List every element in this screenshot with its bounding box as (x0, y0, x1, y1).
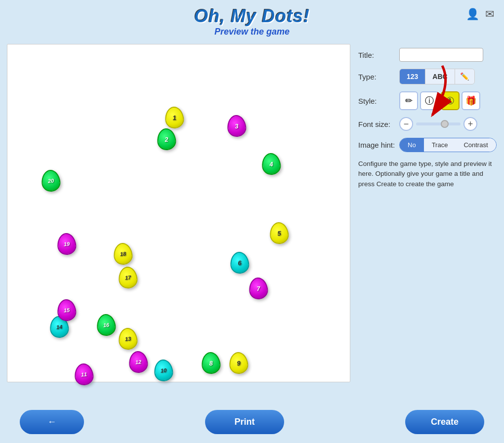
back-icon: ← (47, 417, 56, 427)
style-row: Style: ✏ ⓘ ① 🎁 (358, 91, 497, 110)
hint-btn-trace[interactable]: Trace (424, 138, 456, 152)
dot-4: 4 (261, 152, 282, 175)
dot-label-15: 15 (63, 307, 70, 313)
dot-label-7: 7 (256, 284, 261, 292)
subtitle: Preview the game (0, 27, 504, 37)
type-label: Type: (358, 73, 395, 81)
dot-label-4: 4 (269, 160, 274, 168)
dot-15: 15 (56, 298, 77, 322)
dot-label-13: 13 (125, 335, 131, 342)
dot-label-3: 3 (235, 122, 239, 130)
style-btn-info[interactable]: ⓘ (420, 91, 439, 110)
style-label: Style: (358, 97, 395, 105)
type-btn-abc[interactable]: ABC (425, 69, 455, 84)
dot-label-18: 18 (120, 250, 126, 257)
mail-icon[interactable]: ✉ (485, 8, 494, 21)
title-input[interactable] (399, 48, 483, 62)
user-icon[interactable]: 👤 (466, 8, 479, 21)
dot-label-5: 5 (277, 229, 282, 237)
dot-16: 16 (96, 313, 117, 336)
dot-label-6: 6 (238, 259, 242, 267)
imagehint-row: Image hint: No Trace Contrast (358, 138, 497, 152)
dot-label-1: 1 (172, 114, 177, 121)
hint-btn-no[interactable]: No (400, 138, 424, 152)
dot-1: 1 (164, 106, 185, 129)
main-layout: 1234567891011121314151617181920 Title: T… (0, 44, 504, 382)
header: Oh, My Dots! Preview the game 👤 ✉ (0, 0, 504, 40)
title-label: Title: (358, 51, 395, 59)
dot-label-14: 14 (56, 323, 62, 330)
dot-label-10: 10 (160, 367, 167, 373)
dot-label-2: 2 (165, 135, 169, 143)
dot-label-11: 11 (81, 371, 87, 377)
dot-label-19: 19 (63, 241, 70, 247)
dot-label-20: 20 (47, 177, 54, 184)
dot-18: 18 (113, 242, 133, 265)
style-button-group: ✏ ⓘ ① 🎁 (399, 91, 480, 110)
dot-11: 11 (74, 362, 94, 386)
fontsize-increase-btn[interactable]: + (463, 117, 477, 131)
dot-9: 9 (228, 351, 249, 374)
type-btn-123[interactable]: 123 (400, 69, 425, 84)
dot-label-16: 16 (103, 322, 109, 328)
dot-19: 19 (56, 232, 77, 255)
info-text: Configure the game type, style and previ… (358, 159, 497, 189)
canvas-area: 1234567891011121314151617181920 (7, 44, 350, 382)
fontsize-slider-thumb (441, 120, 449, 128)
type-btn-pencil[interactable]: ✏️ (455, 69, 474, 84)
app-title: Oh, My Dots! (0, 6, 504, 27)
type-button-group: 123 ABC ✏️ (399, 69, 475, 84)
style-btn-bubble[interactable]: ① (441, 91, 460, 110)
font-size-controls: − + (399, 117, 477, 131)
fontsize-row: Font size: − + (358, 117, 497, 131)
dot-13: 13 (118, 327, 138, 350)
dot-3: 3 (226, 114, 247, 137)
dot-label-17: 17 (125, 274, 131, 281)
fontsize-decrease-btn[interactable]: − (399, 117, 413, 131)
dot-label-9: 9 (237, 359, 241, 367)
print-button[interactable]: Print (205, 410, 284, 434)
dot-5: 5 (269, 221, 290, 244)
create-button[interactable]: Create (405, 410, 484, 434)
dot-8: 8 (201, 351, 221, 374)
fontsize-slider[interactable] (416, 122, 461, 125)
dot-6: 6 (229, 251, 250, 274)
header-icons: 👤 ✉ (466, 8, 494, 21)
fontsize-label: Font size: (358, 120, 395, 128)
back-button[interactable]: ← (20, 410, 84, 434)
style-btn-plain[interactable]: ✏ (399, 91, 418, 110)
dot-label-8: 8 (209, 359, 213, 367)
dot-17: 17 (118, 266, 138, 289)
bottom-bar: ← Print Create (0, 401, 504, 443)
hint-button-group: No Trace Contrast (399, 138, 497, 152)
dot-label-12: 12 (135, 359, 141, 365)
type-row: Type: 123 ABC ✏️ (358, 69, 497, 84)
dot-20: 20 (41, 169, 61, 192)
hint-btn-contrast[interactable]: Contrast (456, 138, 496, 152)
title-row: Title: (358, 48, 497, 62)
right-panel: Title: Type: 123 ABC ✏️ Style: ✏ ⓘ ① 🎁 F… (356, 44, 499, 382)
dot-7: 7 (248, 277, 269, 300)
imagehint-label: Image hint: (358, 141, 395, 149)
style-btn-gift[interactable]: 🎁 (462, 91, 480, 110)
dot-12: 12 (128, 350, 149, 373)
dot-10: 10 (153, 359, 174, 382)
dot-2: 2 (156, 127, 177, 151)
